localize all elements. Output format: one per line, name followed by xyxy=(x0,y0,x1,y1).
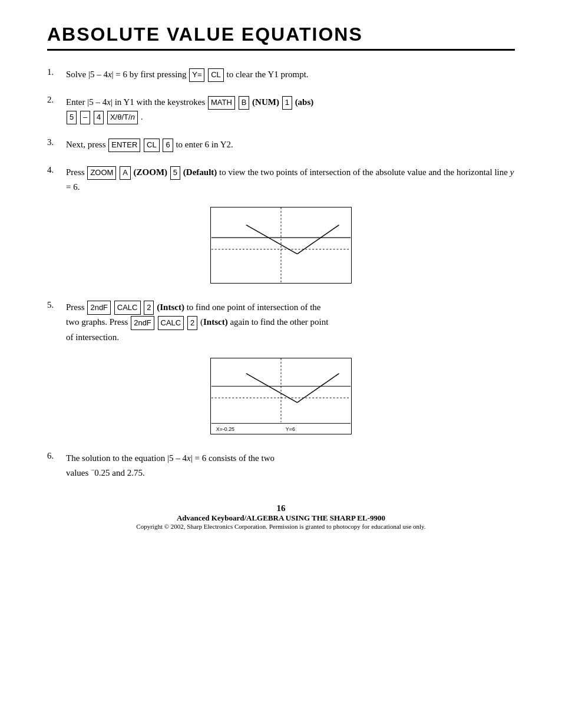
title-divider xyxy=(47,49,515,51)
step-3: 3. Next, press ENTER CL 6 to enter 6 in … xyxy=(47,137,515,152)
page-number: 16 xyxy=(47,503,515,513)
label-default: (Default) xyxy=(183,167,217,177)
step-6: 6. The solution to the equation |5 – 4x|… xyxy=(47,451,515,480)
step-5: 5. Press 2ndF CALC 2 (Intsct) to find on… xyxy=(47,300,515,345)
step-4-content: Press ZOOM A (ZOOM) 5 (Default) to view … xyxy=(66,165,515,194)
graph-2-x-label: X=-0.25 xyxy=(216,427,234,433)
label-abs: (abs) xyxy=(295,97,314,107)
svg-line-9 xyxy=(297,374,339,403)
svg-line-4 xyxy=(297,225,339,253)
key-a: A xyxy=(120,166,131,180)
key-xthetan: X/θ/T/n xyxy=(107,111,138,124)
step-2-content: Enter |5 – 4x| in Y1 with the keystrokes… xyxy=(66,95,515,124)
graph-1-svg xyxy=(211,207,351,283)
label-num: (NUM) xyxy=(252,97,279,107)
step-1-num: 1. xyxy=(47,67,66,77)
label-intsct-2: Intsct) xyxy=(203,317,228,327)
step-2-num: 2. xyxy=(47,95,66,105)
step-2: 2. Enter |5 – 4x| in Y1 with the keystro… xyxy=(47,95,515,124)
key-2ndf-2: 2ndF xyxy=(131,316,154,330)
key-calc-1: CALC xyxy=(114,301,141,315)
key-4: 4 xyxy=(94,111,104,124)
step-4: 4. Press ZOOM A (ZOOM) 5 (Default) to vi… xyxy=(47,165,515,194)
step-5-num: 5. xyxy=(47,300,66,310)
key-calc-2: CALC xyxy=(158,316,184,330)
key-5: 5 xyxy=(67,111,77,124)
graph-2-y-label: Y=6 xyxy=(286,427,295,433)
step-5-content: Press 2ndF CALC 2 (Intsct) to find one p… xyxy=(66,300,515,345)
key-math: MATH xyxy=(208,96,235,110)
graph-2-svg: X=-0.25 Y=6 xyxy=(211,358,351,434)
steps-list: 1. Solve |5 – 4x| = 6 by first pressing … xyxy=(47,67,515,194)
key-6-step3: 6 xyxy=(163,139,173,152)
step-3-num: 3. xyxy=(47,137,66,147)
key-minus: – xyxy=(80,111,90,124)
graph-2-container: X=-0.25 Y=6 xyxy=(47,358,515,434)
book-title: Advanced Keyboard/ALGEBRA USING THE SHAR… xyxy=(47,513,515,523)
key-2ndf-1: 2ndF xyxy=(87,301,111,315)
step-1: 1. Solve |5 – 4x| = 6 by first pressing … xyxy=(47,67,515,82)
step-6-num: 6. xyxy=(47,451,66,461)
graph-2: X=-0.25 Y=6 xyxy=(210,358,352,434)
step-3-content: Next, press ENTER CL 6 to enter 6 in Y2. xyxy=(66,137,515,152)
key-enter: ENTER xyxy=(108,139,140,152)
step-4-num: 4. xyxy=(47,165,66,175)
key-zoom: ZOOM xyxy=(87,166,116,180)
copyright: Copyright © 2002, Sharp Electronics Corp… xyxy=(47,523,515,530)
key-1: 1 xyxy=(282,96,292,110)
key-y-equals: Y= xyxy=(189,68,204,82)
key-2-step5b: 2 xyxy=(187,316,197,330)
step-1-content: Solve |5 – 4x| = 6 by first pressing Y= … xyxy=(66,67,515,82)
step-6-content: The solution to the equation |5 – 4x| = … xyxy=(66,451,515,480)
key-cl-1: CL xyxy=(208,68,224,82)
graph-1-container xyxy=(47,207,515,284)
label-zoom: (ZOOM) xyxy=(134,167,168,177)
key-cl-3: CL xyxy=(144,139,160,152)
key-5-step4: 5 xyxy=(170,166,180,180)
key-b: B xyxy=(239,96,250,110)
page-footer: 16 Advanced Keyboard/ALGEBRA USING THE S… xyxy=(47,503,515,530)
page-title: ABSOLUTE VALUE EQUATIONS xyxy=(47,24,515,45)
label-intsct-1: (Intsct) xyxy=(157,302,184,312)
graph-1 xyxy=(210,207,352,284)
key-2-step5a: 2 xyxy=(144,301,154,315)
